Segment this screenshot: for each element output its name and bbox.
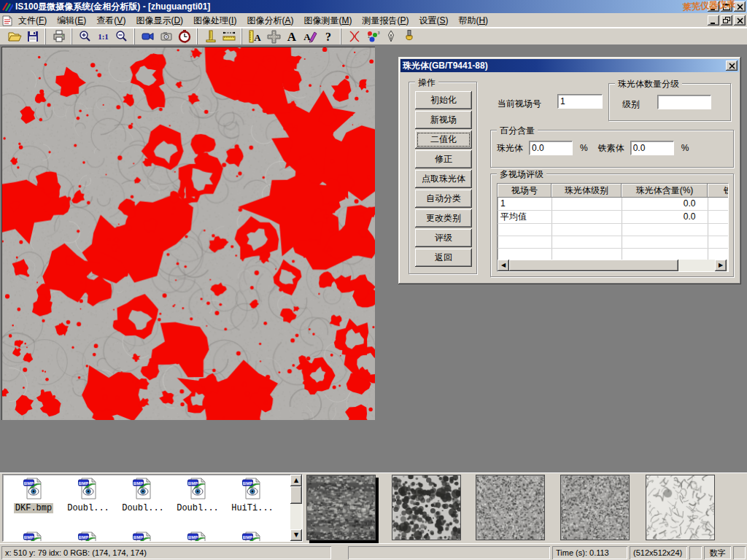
table-cell [498, 236, 551, 248]
caliper-icon[interactable] [201, 28, 220, 44]
scroll-thumb[interactable] [509, 260, 678, 271]
table-row[interactable] [498, 248, 729, 260]
op-button-3[interactable]: 修正 [415, 150, 472, 168]
scroll-thumb[interactable] [290, 486, 302, 504]
menu-item-f[interactable]: 文件(F) [13, 15, 52, 26]
file-item-clipped[interactable]: BMP [62, 532, 115, 542]
grid-cross-icon[interactable] [264, 28, 282, 44]
file-item-2[interactable]: BMP Doubl... [117, 478, 169, 513]
grade-label: 级别 [622, 98, 640, 111]
op-button-2[interactable]: 二值化 [415, 131, 472, 149]
percent-input[interactable] [630, 141, 674, 155]
status-empty-end [733, 546, 746, 559]
thumbnail-1[interactable] [392, 475, 461, 540]
text-icon[interactable]: A [282, 28, 301, 44]
ruler-icon[interactable] [220, 28, 238, 44]
maximize-button[interactable] [721, 1, 732, 12]
menu-item-v[interactable]: 查看(V) [91, 15, 131, 26]
thumbnail-2[interactable] [476, 475, 545, 540]
bmp-file-icon: BMP [132, 532, 154, 542]
svg-text:BMP: BMP [79, 535, 88, 540]
file-item-clipped[interactable]: BMP [117, 532, 169, 542]
table-column-header[interactable]: 珠光体级别 [551, 184, 622, 198]
table-cell: 0.0 [622, 198, 708, 210]
document-icon [1, 15, 13, 26]
grade-input[interactable] [657, 95, 711, 109]
edit-text-icon[interactable]: A [301, 28, 319, 44]
actual-size-icon[interactable]: 1:1 [94, 28, 112, 44]
op-button-0[interactable]: 初始化 [415, 91, 472, 109]
micrograph-image[interactable] [1, 47, 375, 420]
capture-icon[interactable] [157, 28, 175, 44]
menu-item-p[interactable]: 测量报告(P) [357, 15, 414, 26]
file-item-clipped[interactable]: BMP [226, 532, 279, 542]
percent-input[interactable] [529, 141, 573, 155]
menu-item-d[interactable]: 图像显示(D) [131, 15, 188, 26]
file-item-3[interactable]: BMP Doubl... [171, 478, 224, 513]
table-row[interactable]: 平均值0.0 [498, 210, 729, 223]
close-button[interactable] [734, 1, 746, 12]
op-button-6[interactable]: 更改类别 [415, 209, 472, 228]
menu-item-i[interactable]: 图像处理(I) [188, 15, 241, 26]
zoom-out-icon[interactable] [112, 28, 131, 44]
thumbnail-3[interactable] [560, 475, 630, 540]
zoom-in-icon[interactable] [76, 28, 94, 44]
scroll-right-button[interactable]: ▶ [715, 260, 727, 271]
toolbar-group: 31 [341, 28, 420, 44]
print-icon[interactable] [50, 28, 68, 44]
current-view-input[interactable] [557, 94, 603, 109]
menu-item-h[interactable]: 帮助(H) [453, 15, 493, 26]
op-button-8[interactable]: 返回 [415, 249, 472, 267]
scroll-left-button[interactable]: ◀ [498, 260, 509, 271]
table-row[interactable]: 10.0 [498, 198, 729, 210]
spline-icon[interactable] [345, 28, 363, 44]
dialog-close-button[interactable] [726, 61, 738, 71]
open-icon[interactable] [5, 28, 23, 44]
menu-item-e[interactable]: 编辑(E) [52, 15, 91, 26]
percent-group: 百分含量 珠光体%铁素体% [490, 130, 734, 168]
svg-text:A: A [254, 32, 261, 43]
file-item-4[interactable]: BMP HuiTi... [226, 478, 279, 513]
minimize-button[interactable] [708, 1, 719, 12]
status-mode: 数字 [704, 546, 731, 559]
thumbnail-4[interactable] [646, 475, 715, 540]
pen-icon[interactable] [382, 28, 400, 44]
table-row[interactable] [498, 236, 729, 248]
child-minimize-button[interactable] [708, 15, 719, 26]
menu-item-m[interactable]: 图像测量(M) [298, 15, 357, 26]
help-icon[interactable]: ? [319, 28, 337, 44]
scroll-down-button[interactable]: ▼ [290, 529, 302, 541]
toolbar: 1:1AAA?31 [0, 28, 747, 45]
table-column-header[interactable]: 铁素体 [708, 184, 729, 198]
scroll-up-button[interactable]: ▲ [290, 475, 302, 486]
count-markers-icon[interactable]: 31 [363, 28, 382, 44]
file-item-clipped[interactable]: BMP [171, 532, 224, 542]
table-cell [708, 198, 729, 210]
op-button-7[interactable]: 评级 [415, 229, 472, 247]
thumbnail-0[interactable] [306, 475, 376, 540]
menu-items: 文件(F)编辑(E)查看(V)图像显示(D)图像处理(I)图像分析(A)图像测量… [13, 13, 493, 28]
table-cell [622, 236, 708, 248]
table-column-header[interactable]: 珠光体含量(%) [622, 184, 708, 198]
brush-icon[interactable] [400, 28, 418, 44]
timer-icon[interactable] [175, 28, 193, 44]
table-row[interactable] [498, 223, 729, 236]
menu-item-s[interactable]: 设置(S) [414, 15, 453, 26]
child-restore-button[interactable] [721, 15, 732, 26]
file-item-1[interactable]: BMP Doubl... [62, 478, 115, 513]
measure-label-icon[interactable]: A [246, 28, 264, 44]
video-camera-icon[interactable] [139, 28, 157, 44]
menu-item-a[interactable]: 图像分析(A) [241, 15, 298, 26]
file-list-vscrollbar[interactable]: ▲ ▼ [290, 475, 302, 541]
save-icon[interactable] [23, 28, 42, 44]
op-button-4[interactable]: 点取珠光体 [415, 170, 472, 188]
file-item-clipped[interactable]: BMP [7, 532, 60, 542]
child-close-button[interactable] [734, 15, 746, 26]
op-button-5[interactable]: 自动分类 [415, 190, 472, 208]
file-item-0[interactable]: BMP DKF.bmp [7, 478, 60, 513]
op-button-1[interactable]: 新视场 [415, 111, 472, 129]
dialog-title-bar[interactable]: 珠光体(GB/T9441-88) [400, 59, 739, 72]
table-hscrollbar[interactable]: ◀ ▶ [498, 260, 728, 271]
table-column-header[interactable]: 视场号 [498, 184, 551, 198]
svg-text:1: 1 [368, 34, 370, 39]
